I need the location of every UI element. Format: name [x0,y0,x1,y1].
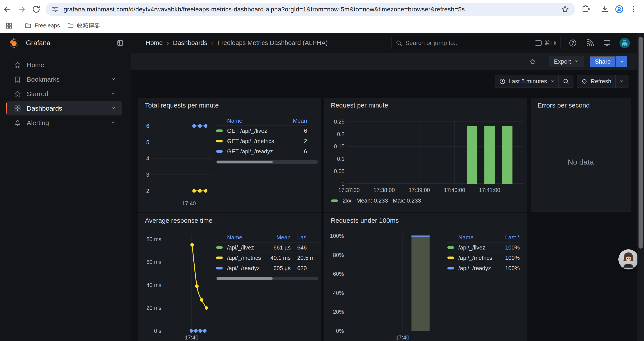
search-input[interactable]: ⌘+k [392,36,561,50]
series-color-chip [448,246,454,249]
time-range-button[interactable]: Last 5 minutes [495,75,559,88]
series-name[interactable]: /api/_/livez [458,244,498,251]
forward-button[interactable] [14,2,29,17]
legend-header-mean[interactable]: Mean [285,117,307,124]
url-bar[interactable]: grafana.mathmast.com/d/deytv4rwavabkb/fr… [46,3,575,16]
site-settings-icon[interactable] [50,5,60,14]
series-color-chip [216,267,223,269]
profile-button[interactable] [612,2,626,17]
dock-sidebar-button[interactable] [116,39,124,47]
breadcrumb-dashboards[interactable]: Dashboards [173,39,207,47]
series-name[interactable]: /api/_/readyz [458,265,498,272]
series-color-chip [448,267,454,269]
page-scrollbar-thumb[interactable] [638,37,643,249]
series-last: 100% [498,254,520,261]
keyboard-icon [534,40,542,46]
refresh-interval-button[interactable] [615,75,628,88]
panel-title[interactable]: Errors per second [538,102,590,109]
legend-row: /api/_/readyz 605 µs 620 [216,263,321,273]
svg-text:3: 3 [146,172,149,178]
zoom-out-button[interactable] [558,75,573,88]
series-name[interactable]: /api/_/metrics [458,254,498,261]
clock-icon [499,78,506,85]
svg-text:5: 5 [146,139,149,145]
breadcrumb-home[interactable]: Home [146,39,163,47]
export-button[interactable]: Export [549,56,584,67]
series-last: 620 [297,265,321,272]
breadcrumb: Home › Dashboards › Freeleaps Metrics Da… [146,39,328,47]
legend-header-last[interactable]: Las [297,234,321,241]
share-dropdown-button[interactable] [616,56,627,67]
series-color-chip [216,140,223,142]
scrollbar-thumb[interactable] [216,161,273,163]
bookmark-folder-blogs[interactable]: 收藏博客 [64,20,104,31]
bookmark-star-icon[interactable] [560,4,570,15]
back-button[interactable] [0,2,14,17]
header-left: Grafana [0,33,131,53]
bookmark-label: Freeleaps [35,22,60,29]
zoom-out-icon [563,78,569,85]
series-name[interactable]: GET /api/_/readyz [227,148,285,155]
sidebar-item-starred[interactable]: Starred [6,87,122,101]
browser-toolbar: grafana.mathmast.com/d/deytv4rwavabkb/fr… [0,0,644,19]
user-avatar[interactable] [620,38,630,48]
panel-title[interactable]: Total requests per minute [145,102,219,109]
folder-icon [67,22,74,29]
menu-button[interactable] [626,2,641,17]
chevron-down-icon[interactable] [110,120,116,126]
legend-header-mean[interactable]: Mean [266,234,291,241]
panel-title[interactable]: Request per minute [331,102,388,109]
sidebar-item-label: Alerting [27,119,49,127]
refresh-group: Refresh [577,75,628,88]
assistant-avatar-widget[interactable] [618,249,638,269]
sidebar-item-alerting[interactable]: Alerting [6,116,122,130]
series-name[interactable]: GET /api/_/livez [227,128,285,134]
breadcrumb-current: Freeleaps Metrics Dashboard (ALPHA) [218,39,328,47]
url-text[interactable]: grafana.mathmast.com/d/deytv4rwavabkb/fr… [64,6,560,13]
apps-grid-button[interactable] [3,20,15,31]
bookmark-folder-freeleaps[interactable]: Freeleaps [21,21,64,31]
scrollbar-thumb[interactable] [216,277,273,280]
chevron-down-icon[interactable] [110,91,116,97]
help-button[interactable] [568,38,577,48]
star-icon [529,58,536,65]
chevron-down-icon[interactable] [110,76,116,83]
series-name[interactable]: /api/_/readyz [227,265,266,272]
search-field[interactable] [405,40,534,47]
legend-scrollbar[interactable] [216,160,318,164]
series-name[interactable]: /api/_/livez [227,244,266,251]
total-requests-chart: 6543217:40 [143,120,217,208]
series-name[interactable]: /api/_/metrics [227,254,266,261]
grafana-logo-icon[interactable] [8,37,20,49]
series-name[interactable]: 2xx [342,197,351,204]
sidebar-item-bookmarks[interactable]: Bookmarks [6,72,122,87]
downloads-button[interactable] [598,2,612,17]
favorite-star-button[interactable] [528,57,537,66]
screen-button[interactable] [602,38,612,48]
page-scrollbar[interactable] [638,33,644,341]
reload-button[interactable] [29,2,44,17]
panel-title[interactable]: Average response time [145,217,212,224]
grafana-header: Grafana Home › Dashboards › Freeleaps Me… [0,33,638,53]
extensions-button[interactable] [578,2,593,17]
refresh-icon [581,78,588,85]
panel-title[interactable]: Requests under 100ms [331,217,399,224]
chevron-down-icon[interactable] [110,105,116,112]
legend-row: GET /api/_/metrics 2 [216,136,307,146]
legend-header-name[interactable]: Name [458,234,498,241]
sidebar-item-home[interactable]: Home [6,58,122,72]
chevron-down-icon [620,78,624,85]
legend-scrollbar[interactable] [216,277,318,280]
legend-header-name[interactable]: Name [227,234,266,241]
bookmarks-bar: Freeleaps 收藏博客 [0,19,644,33]
news-button[interactable] [585,38,594,48]
sidebar-item-dashboards[interactable]: Dashboards [6,101,122,115]
series-mean: 605 µs [266,265,291,272]
legend-header-name[interactable]: Name [227,117,285,124]
refresh-button[interactable]: Refresh [577,75,615,88]
search-shortcut: ⌘+k [534,40,556,47]
legend-header-last[interactable]: Last * [498,234,520,241]
series-mean: 6 [285,128,307,134]
share-button[interactable]: Share [590,56,616,67]
series-name[interactable]: GET /api/_/metrics [227,138,285,145]
